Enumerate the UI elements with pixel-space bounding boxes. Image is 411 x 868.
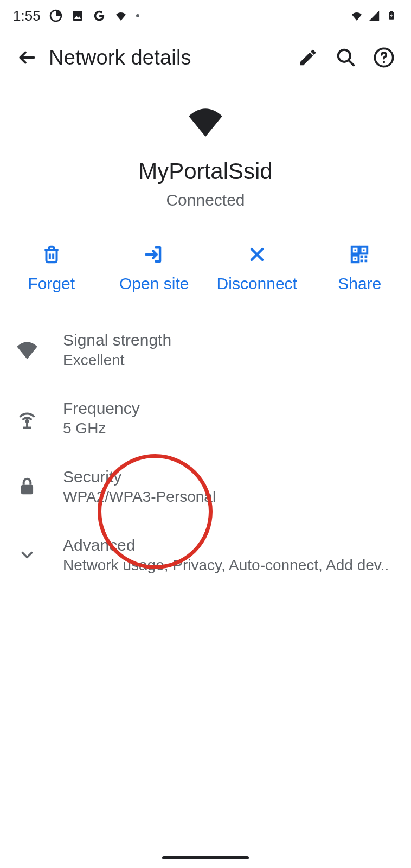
cellular-signal-icon xyxy=(368,9,381,22)
security-label: Security xyxy=(63,468,396,486)
wifi-icon xyxy=(15,338,39,362)
advanced-label: Advanced xyxy=(63,536,396,554)
svg-rect-18 xyxy=(361,260,363,263)
security-value: WPA2/WPA3-Personal xyxy=(63,488,396,506)
signal-label: Signal strength xyxy=(63,331,396,349)
svg-point-9 xyxy=(383,61,385,63)
search-button[interactable] xyxy=(330,41,362,74)
open-site-label: Open site xyxy=(119,274,189,293)
detail-list: Signal strength Excellent Frequency 5 GH… xyxy=(0,311,411,593)
data-saver-icon xyxy=(49,9,62,22)
svg-rect-13 xyxy=(355,250,356,251)
actions-row: Forget Open site Disconnect xyxy=(0,226,411,311)
qr-code-icon xyxy=(349,244,370,265)
frequency-row[interactable]: Frequency 5 GHz xyxy=(0,384,411,452)
wifi-status-icon xyxy=(350,9,363,22)
share-button[interactable]: Share xyxy=(309,226,412,311)
status-bar: 1:55 xyxy=(0,0,411,30)
trash-icon xyxy=(41,244,62,265)
connection-status: Connected xyxy=(166,191,245,209)
advanced-row[interactable]: Advanced Network usage, Privacy, Auto-co… xyxy=(0,521,411,589)
svg-rect-17 xyxy=(365,256,368,258)
frequency-value: 5 GHz xyxy=(63,420,396,437)
forget-label: Forget xyxy=(28,274,75,293)
share-label: Share xyxy=(338,274,381,293)
svg-rect-24 xyxy=(21,485,33,494)
google-icon xyxy=(93,9,106,22)
svg-point-20 xyxy=(25,419,29,423)
help-button[interactable] xyxy=(368,41,400,74)
enter-icon xyxy=(143,244,165,265)
lock-icon xyxy=(15,475,39,499)
battery-charging-icon xyxy=(385,9,398,22)
svg-rect-14 xyxy=(363,250,365,251)
wifi-icon xyxy=(186,106,225,137)
svg-rect-4 xyxy=(390,11,393,12)
page-title: Network details xyxy=(49,46,286,69)
wifi-status-icon xyxy=(114,9,127,22)
network-header: MyPortalSsid Connected xyxy=(0,90,411,226)
svg-rect-19 xyxy=(365,260,368,263)
network-ssid: MyPortalSsid xyxy=(138,158,272,184)
disconnect-label: Disconnect xyxy=(217,274,297,293)
signal-value: Excellent xyxy=(63,352,396,369)
navigation-pill[interactable] xyxy=(162,856,249,859)
close-icon xyxy=(246,244,268,265)
svg-line-7 xyxy=(349,61,354,66)
svg-rect-15 xyxy=(355,258,356,259)
app-bar: Network details xyxy=(0,30,411,90)
chevron-down-icon xyxy=(15,543,39,567)
status-time: 1:55 xyxy=(13,8,41,24)
security-row[interactable]: Security WPA2/WPA3-Personal xyxy=(0,452,411,521)
disconnect-button[interactable]: Disconnect xyxy=(206,226,309,311)
edit-button[interactable] xyxy=(292,41,324,74)
frequency-label: Frequency xyxy=(63,399,396,418)
antenna-icon xyxy=(15,406,39,430)
forget-button[interactable]: Forget xyxy=(0,226,103,311)
back-button[interactable] xyxy=(11,41,43,74)
image-icon xyxy=(71,9,84,22)
open-site-button[interactable]: Open site xyxy=(103,226,206,311)
signal-strength-row[interactable]: Signal strength Excellent xyxy=(0,316,411,384)
svg-rect-16 xyxy=(361,256,363,258)
svg-rect-1 xyxy=(73,11,82,21)
status-dot-icon xyxy=(136,14,139,17)
advanced-value: Network usage, Privacy, Auto-connect, Ad… xyxy=(63,557,396,574)
